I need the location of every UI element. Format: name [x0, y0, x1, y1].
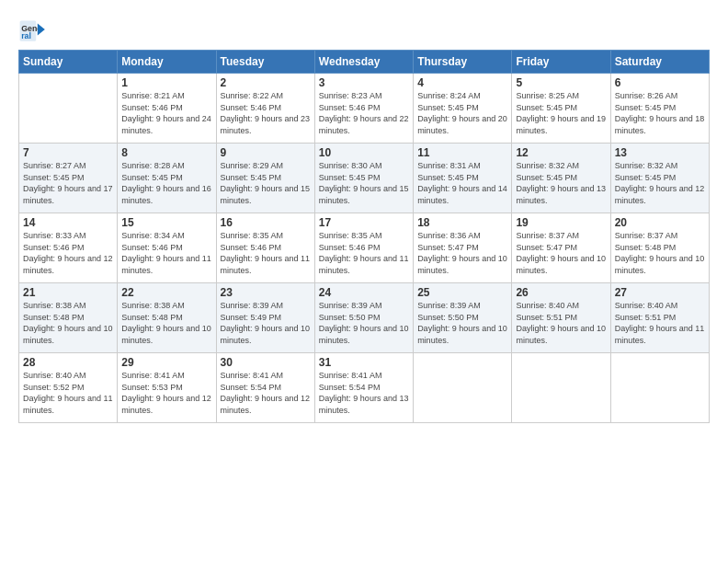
day-info: Sunrise: 8:37 AMSunset: 5:47 PMDaylight:…: [516, 231, 606, 275]
header: Gene ral: [18, 15, 710, 44]
day-info: Sunrise: 8:39 AMSunset: 5:50 PMDaylight:…: [417, 301, 507, 345]
day-info: Sunrise: 8:39 AMSunset: 5:49 PMDaylight:…: [221, 301, 311, 345]
day-number: 3: [319, 76, 409, 89]
day-info: Sunrise: 8:32 AMSunset: 5:45 PMDaylight:…: [516, 161, 606, 205]
logo: Gene ral: [18, 15, 51, 44]
day-info: Sunrise: 8:38 AMSunset: 5:48 PMDaylight:…: [23, 301, 113, 345]
day-number: 30: [221, 356, 311, 369]
calendar-cell: 10Sunrise: 8:30 AMSunset: 5:45 PMDayligh…: [314, 144, 413, 213]
day-info: Sunrise: 8:24 AMSunset: 5:45 PMDaylight:…: [417, 91, 507, 135]
day-info: Sunrise: 8:39 AMSunset: 5:50 PMDaylight:…: [319, 301, 409, 345]
day-info: Sunrise: 8:22 AMSunset: 5:46 PMDaylight:…: [221, 91, 311, 135]
calendar-cell: 3Sunrise: 8:23 AMSunset: 5:46 PMDaylight…: [314, 74, 413, 144]
calendar-cell: 22Sunrise: 8:38 AMSunset: 5:48 PMDayligh…: [118, 283, 216, 353]
day-info: Sunrise: 8:28 AMSunset: 5:45 PMDaylight:…: [121, 161, 211, 205]
day-number: 11: [417, 146, 507, 159]
calendar-cell: 2Sunrise: 8:22 AMSunset: 5:46 PMDaylight…: [216, 74, 314, 144]
calendar-cell: [19, 74, 118, 144]
day-info: Sunrise: 8:27 AMSunset: 5:45 PMDaylight:…: [23, 161, 113, 205]
calendar-cell: 9Sunrise: 8:29 AMSunset: 5:45 PMDaylight…: [216, 144, 314, 213]
calendar-cell: 17Sunrise: 8:35 AMSunset: 5:46 PMDayligh…: [314, 213, 413, 283]
calendar-cell: 11Sunrise: 8:31 AMSunset: 5:45 PMDayligh…: [414, 144, 512, 213]
day-info: Sunrise: 8:21 AMSunset: 5:46 PMDaylight:…: [121, 91, 211, 135]
calendar-cell: [512, 353, 610, 423]
calendar-cell: 18Sunrise: 8:36 AMSunset: 5:47 PMDayligh…: [414, 213, 512, 283]
day-number: 26: [516, 286, 606, 299]
calendar-cell: 7Sunrise: 8:27 AMSunset: 5:45 PMDaylight…: [19, 144, 118, 213]
day-number: 4: [417, 76, 507, 89]
day-number: 16: [221, 216, 311, 229]
calendar-week-5: 28Sunrise: 8:40 AMSunset: 5:52 PMDayligh…: [19, 353, 710, 423]
page: Gene ral SundayMondayTuesdayWednesdayThu…: [0, 0, 728, 563]
day-number: 17: [319, 216, 409, 229]
calendar-cell: 28Sunrise: 8:40 AMSunset: 5:52 PMDayligh…: [19, 353, 118, 423]
day-info: Sunrise: 8:31 AMSunset: 5:45 PMDaylight:…: [417, 161, 507, 205]
day-number: 20: [615, 216, 705, 229]
day-info: Sunrise: 8:40 AMSunset: 5:52 PMDaylight:…: [23, 371, 113, 415]
day-info: Sunrise: 8:26 AMSunset: 5:45 PMDaylight:…: [615, 91, 705, 135]
calendar-cell: 14Sunrise: 8:33 AMSunset: 5:46 PMDayligh…: [19, 213, 118, 283]
calendar-cell: 4Sunrise: 8:24 AMSunset: 5:45 PMDaylight…: [414, 74, 512, 144]
calendar-cell: 25Sunrise: 8:39 AMSunset: 5:50 PMDayligh…: [414, 283, 512, 353]
day-number: 24: [319, 286, 409, 299]
day-info: Sunrise: 8:29 AMSunset: 5:45 PMDaylight:…: [221, 161, 311, 205]
day-number: 21: [23, 286, 113, 299]
day-info: Sunrise: 8:41 AMSunset: 5:53 PMDaylight:…: [121, 371, 211, 415]
calendar-cell: [610, 353, 709, 423]
calendar-cell: 15Sunrise: 8:34 AMSunset: 5:46 PMDayligh…: [118, 213, 216, 283]
day-number: 15: [121, 216, 211, 229]
day-info: Sunrise: 8:37 AMSunset: 5:48 PMDaylight:…: [615, 231, 705, 275]
calendar-cell: 5Sunrise: 8:25 AMSunset: 5:45 PMDaylight…: [512, 74, 610, 144]
calendar-cell: 21Sunrise: 8:38 AMSunset: 5:48 PMDayligh…: [19, 283, 118, 353]
calendar-cell: 19Sunrise: 8:37 AMSunset: 5:47 PMDayligh…: [512, 213, 610, 283]
calendar-cell: 20Sunrise: 8:37 AMSunset: 5:48 PMDayligh…: [610, 213, 709, 283]
day-number: 9: [221, 146, 311, 159]
day-info: Sunrise: 8:40 AMSunset: 5:51 PMDaylight:…: [516, 301, 606, 345]
calendar-cell: 23Sunrise: 8:39 AMSunset: 5:49 PMDayligh…: [216, 283, 314, 353]
day-info: Sunrise: 8:41 AMSunset: 5:54 PMDaylight:…: [319, 371, 409, 415]
day-number: 14: [23, 216, 113, 229]
day-number: 31: [319, 356, 409, 369]
day-number: 5: [516, 76, 606, 89]
weekday-header-sunday: Sunday: [19, 51, 118, 74]
day-info: Sunrise: 8:34 AMSunset: 5:46 PMDaylight:…: [121, 231, 211, 275]
logo-icon: Gene ral: [18, 15, 48, 44]
day-info: Sunrise: 8:30 AMSunset: 5:45 PMDaylight:…: [319, 161, 409, 205]
calendar-cell: 30Sunrise: 8:41 AMSunset: 5:54 PMDayligh…: [216, 353, 314, 423]
day-info: Sunrise: 8:32 AMSunset: 5:45 PMDaylight:…: [615, 161, 705, 205]
day-number: 2: [221, 76, 311, 89]
day-info: Sunrise: 8:38 AMSunset: 5:48 PMDaylight:…: [121, 301, 211, 345]
weekday-header-friday: Friday: [512, 51, 610, 74]
calendar-cell: 12Sunrise: 8:32 AMSunset: 5:45 PMDayligh…: [512, 144, 610, 213]
calendar-week-3: 14Sunrise: 8:33 AMSunset: 5:46 PMDayligh…: [19, 213, 710, 283]
day-info: Sunrise: 8:25 AMSunset: 5:45 PMDaylight:…: [516, 91, 606, 135]
calendar-week-4: 21Sunrise: 8:38 AMSunset: 5:48 PMDayligh…: [19, 283, 710, 353]
day-info: Sunrise: 8:23 AMSunset: 5:46 PMDaylight:…: [319, 91, 409, 135]
day-info: Sunrise: 8:35 AMSunset: 5:46 PMDaylight:…: [221, 231, 311, 275]
calendar-cell: 6Sunrise: 8:26 AMSunset: 5:45 PMDaylight…: [610, 74, 709, 144]
header-row: SundayMondayTuesdayWednesdayThursdayFrid…: [19, 51, 710, 74]
day-number: 8: [121, 146, 211, 159]
calendar-week-1: 1Sunrise: 8:21 AMSunset: 5:46 PMDaylight…: [19, 74, 710, 144]
calendar-cell: 1Sunrise: 8:21 AMSunset: 5:46 PMDaylight…: [118, 74, 216, 144]
calendar-cell: 8Sunrise: 8:28 AMSunset: 5:45 PMDaylight…: [118, 144, 216, 213]
calendar-cell: 26Sunrise: 8:40 AMSunset: 5:51 PMDayligh…: [512, 283, 610, 353]
weekday-header-tuesday: Tuesday: [216, 51, 314, 74]
weekday-header-wednesday: Wednesday: [314, 51, 413, 74]
day-number: 6: [615, 76, 705, 89]
weekday-header-thursday: Thursday: [414, 51, 512, 74]
day-number: 27: [615, 286, 705, 299]
calendar-cell: 24Sunrise: 8:39 AMSunset: 5:50 PMDayligh…: [314, 283, 413, 353]
calendar-cell: 29Sunrise: 8:41 AMSunset: 5:53 PMDayligh…: [118, 353, 216, 423]
weekday-header-monday: Monday: [118, 51, 216, 74]
day-info: Sunrise: 8:33 AMSunset: 5:46 PMDaylight:…: [23, 231, 113, 275]
calendar-table: SundayMondayTuesdayWednesdayThursdayFrid…: [18, 50, 710, 423]
day-number: 12: [516, 146, 606, 159]
day-number: 7: [23, 146, 113, 159]
calendar-cell: [414, 353, 512, 423]
weekday-header-saturday: Saturday: [610, 51, 709, 74]
day-number: 29: [121, 356, 211, 369]
calendar-week-2: 7Sunrise: 8:27 AMSunset: 5:45 PMDaylight…: [19, 144, 710, 213]
day-number: 19: [516, 216, 606, 229]
day-info: Sunrise: 8:41 AMSunset: 5:54 PMDaylight:…: [221, 371, 311, 415]
